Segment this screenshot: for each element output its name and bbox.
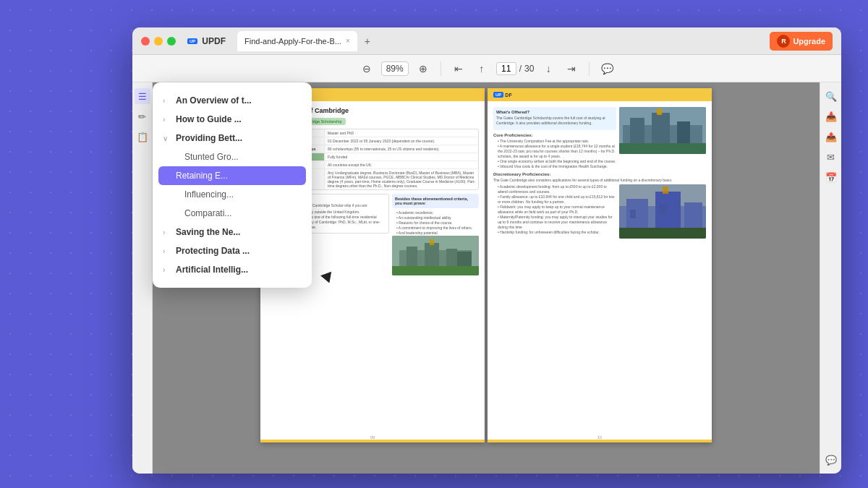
- whats-offered-text: The Gates Cambridge Scholarship covers t…: [496, 116, 613, 126]
- besides-section: Besides these aforementioned criteria, y…: [392, 194, 479, 278]
- minimize-button[interactable]: [154, 37, 163, 46]
- disc-bullet-3: • Fieldwork: you may apply to keep up to…: [493, 205, 616, 215]
- toc-item-saving[interactable]: › Saving the Ne...: [153, 223, 312, 241]
- first-page-button[interactable]: ⇤: [450, 60, 467, 77]
- toc-item-comparati[interactable]: Comparati...: [153, 204, 312, 223]
- chevron-down-icon: ∨: [163, 134, 171, 142]
- right-sidebar: 🔍 📥 📤 ✉ 📅 💬: [820, 82, 841, 474]
- value-opento: All countries except the UK.: [325, 161, 478, 168]
- discretionary-title: Discretionary Proficiencies:: [493, 172, 706, 176]
- page-number-input[interactable]: [496, 62, 516, 75]
- toc-popup: › An Overview of t... › How to Guide ...…: [153, 82, 312, 288]
- title-bar: UP UPDF Find-and-Apply-For-the-B... × + …: [132, 27, 841, 55]
- value-subjects: Any Undergraduate degree, Business Docto…: [325, 169, 478, 189]
- search-panel-button[interactable]: 🔍: [823, 88, 839, 104]
- page-navigation: / 30: [496, 62, 535, 75]
- next-page-button[interactable]: ↓: [540, 60, 557, 77]
- last-page-button[interactable]: ⇥: [563, 60, 580, 77]
- toc-label-ai: Artificial Intellig...: [176, 265, 248, 275]
- annotate-button[interactable]: ✏: [135, 108, 150, 124]
- besides-bullet-1: • Academic excellence.: [392, 210, 479, 215]
- besides-bullet-4: • A commitment to improving the lives of…: [392, 226, 479, 231]
- discretionary-section: Discretionary Proficiencies: The Gate Ca…: [493, 172, 706, 183]
- toc-panel-button[interactable]: ☰: [135, 88, 150, 104]
- right-text-col: What's Offered? The Gates Cambridge Scho…: [493, 107, 616, 169]
- toc-item-retaining[interactable]: Retaining E...: [158, 166, 306, 185]
- toc-label-stunted: Stunted Gro...: [171, 152, 239, 162]
- active-tab[interactable]: Find-and-Apply-For-the-B... ×: [237, 31, 357, 51]
- zoom-level-display[interactable]: 89%: [381, 61, 409, 76]
- toc-item-providing[interactable]: ∨ Providing Bett...: [153, 129, 312, 147]
- toc-label-overview: An Overview of t...: [176, 95, 252, 106]
- svg-rect-6: [392, 266, 479, 275]
- cambridge-image-right-top: [619, 107, 706, 154]
- svg-rect-22: [630, 210, 636, 218]
- toc-label-saving: Saving the Ne...: [176, 227, 240, 237]
- discretionary-left: • Academic development funding: from up …: [493, 184, 616, 241]
- value-deadline: 01 December 2022 or 05 January 2023 (dep…: [325, 137, 478, 145]
- value-financing: Fully funded: [325, 153, 478, 160]
- svg-rect-7: [430, 239, 434, 245]
- toc-label-influencing: Influencing...: [171, 189, 234, 200]
- toc-label-retaining: Retaining E...: [176, 171, 228, 181]
- disc-bullet-2: • Family allowance: up to £10,944 for on…: [493, 194, 616, 205]
- toc-label-providing: Providing Bett...: [176, 133, 242, 143]
- tab-close-icon[interactable]: ×: [346, 37, 350, 45]
- chevron-right-icon-3: ›: [163, 228, 171, 236]
- svg-rect-20: [619, 228, 706, 239]
- upgrade-button[interactable]: R Upgrade: [770, 32, 833, 51]
- right-page-cols: What's Offered? The Gates Cambridge Scho…: [493, 107, 706, 169]
- new-tab-button[interactable]: +: [360, 34, 375, 48]
- chevron-right-icon-4: ›: [163, 247, 171, 255]
- window-controls: [141, 37, 176, 46]
- close-button[interactable]: [141, 37, 150, 46]
- toolbar-separator-2: [589, 61, 590, 76]
- zoom-in-button[interactable]: ⊕: [414, 60, 432, 77]
- updf-logo-box: UP: [187, 38, 197, 44]
- maximize-button[interactable]: [167, 37, 176, 46]
- toc-item-overview[interactable]: › An Overview of t...: [153, 91, 312, 110]
- page-footer-stripe-right: [488, 440, 712, 442]
- besides-bullet-5: • And leadership potential.: [392, 231, 479, 236]
- calendar-button[interactable]: 📅: [823, 169, 839, 185]
- toc-item-howto[interactable]: › How to Guide ...: [153, 110, 312, 129]
- chevron-right-icon-5: ›: [163, 266, 171, 274]
- download-button[interactable]: 📥: [823, 108, 839, 124]
- chat-button[interactable]: 💬: [823, 452, 839, 468]
- zoom-out-button[interactable]: ⊖: [358, 60, 375, 77]
- toc-item-influencing[interactable]: Influencing...: [153, 185, 312, 204]
- cambridge-image-right-bottom: [619, 184, 706, 239]
- core-bullet-3: • One single economy airfare at both the…: [493, 159, 616, 164]
- svg-rect-14: [657, 108, 662, 115]
- besides-bullet-3: • Reasons for choice of the course.: [392, 221, 479, 226]
- whats-offered-title: What's Offered?: [496, 110, 613, 114]
- core-bullet-2: • A maintenance allowance for a single s…: [493, 144, 616, 159]
- toc-label-howto: How to Guide ...: [176, 114, 242, 124]
- core-bullet-1: • The University Composition Fee at the …: [493, 139, 616, 144]
- svg-rect-13: [619, 143, 706, 154]
- share-button[interactable]: 📤: [823, 129, 839, 145]
- page-right-content: What's Offered? The Gates Cambridge Scho…: [488, 101, 712, 247]
- disc-bullet-4: • Maternity/Paternity funding: you may a…: [493, 215, 616, 230]
- pages-button[interactable]: 📋: [135, 129, 150, 145]
- toc-item-stunted[interactable]: Stunted Gro...: [153, 147, 312, 166]
- zoom-in-icon: ⊕: [419, 63, 427, 74]
- core-bullet-4: • Inbound Visa costs & the cost of the I…: [493, 164, 616, 169]
- chevron-right-icon: ›: [163, 97, 171, 105]
- comment-button[interactable]: 💬: [598, 60, 616, 77]
- svg-rect-21: [663, 187, 668, 194]
- prev-page-button[interactable]: ↑: [473, 60, 490, 77]
- mail-button[interactable]: ✉: [823, 149, 839, 165]
- toc-item-protecting[interactable]: › Protecting Data ...: [153, 241, 312, 260]
- whats-offered-box: What's Offered? The Gates Cambridge Scho…: [493, 107, 616, 130]
- tab-title: Find-and-Apply-For-the-B...: [244, 37, 341, 46]
- tab-bar: Find-and-Apply-For-the-B... × +: [237, 31, 764, 51]
- besides-bullet-2: • An outstanding intellectual ability.: [392, 215, 479, 221]
- discretionary-cols: • Academic development funding: from up …: [493, 184, 706, 241]
- chevron-right-icon-2: ›: [163, 116, 171, 124]
- page-footer-stripe-left: [260, 440, 485, 442]
- svg-rect-23: [659, 205, 666, 215]
- toc-item-ai[interactable]: › Artificial Intellig...: [153, 260, 312, 279]
- page-separator: /: [519, 64, 522, 74]
- zoom-out-icon: ⊖: [362, 63, 371, 74]
